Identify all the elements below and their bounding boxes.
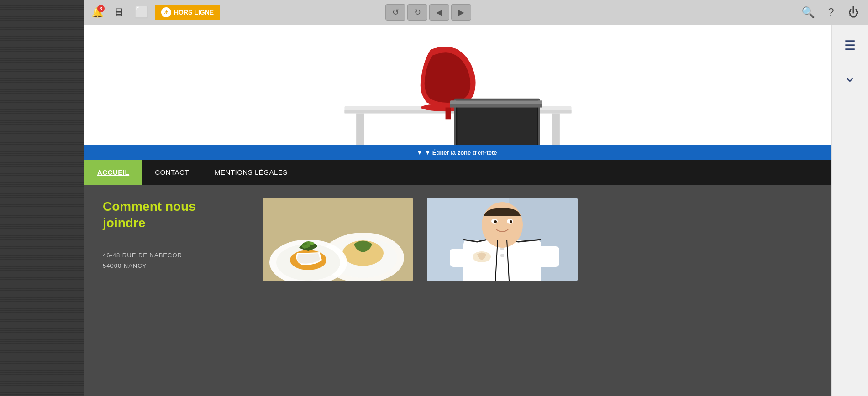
svg-rect-10: [450, 104, 542, 107]
notification-button[interactable]: 🔔 3: [89, 4, 105, 21]
svg-point-24: [500, 254, 504, 257]
tablet-device-button[interactable]: ⬜: [132, 4, 151, 21]
plate-illustration: [263, 198, 413, 281]
svg-rect-1: [356, 113, 364, 148]
svg-rect-5: [446, 107, 451, 119]
status-label: HORS LIGNE: [174, 9, 214, 16]
toolbar-right-buttons: 🔍 ? ⏻: [799, 3, 863, 22]
hamburger-icon: ☰: [844, 39, 856, 52]
content-title: Comment nous joindre: [103, 198, 249, 232]
left-sidebar: [0, 0, 84, 396]
help-icon: ?: [828, 6, 834, 19]
food-image-plate: [263, 198, 413, 281]
svg-point-31: [510, 220, 512, 223]
undo-button[interactable]: ↺: [385, 4, 405, 21]
content-section: Comment nous joindre 46-48 RUE DE NABECO…: [84, 185, 831, 396]
right-panel: ☰ ⌄: [831, 25, 868, 396]
content-left: Comment nous joindre 46-48 RUE DE NABECO…: [103, 198, 249, 382]
power-icon: ⏻: [848, 6, 859, 19]
search-button[interactable]: 🔍: [799, 3, 818, 22]
desk-scene: [84, 25, 831, 160]
warning-icon: ⚠: [161, 7, 171, 17]
redo-icon: ↻: [414, 7, 421, 17]
edit-header-icon: ▼: [416, 149, 422, 156]
chef-illustration: [427, 198, 578, 281]
header-image-area: ▼ ▼ Éditer la zone d'en-tête: [84, 25, 831, 160]
toolbar: 🔔 3 🖥 ⬜ ⚠ HORS LIGNE ↺ ↻ ◀: [84, 0, 868, 25]
edit-header-label: ▼ Éditer la zone d'en-tête: [425, 149, 497, 156]
power-button[interactable]: ⏻: [844, 3, 863, 22]
back-button[interactable]: ◀: [429, 4, 449, 21]
plate-svg: [263, 198, 413, 281]
search-icon: 🔍: [801, 6, 815, 19]
svg-rect-8: [457, 101, 537, 149]
nav-item-mentions[interactable]: MENTIONS LÉGALES: [202, 160, 300, 185]
redo-button[interactable]: ↻: [407, 4, 427, 21]
food-image-chef: [427, 198, 578, 281]
main-area: 🔔 3 🖥 ⬜ ⚠ HORS LIGNE ↺ ↻ ◀: [84, 0, 868, 396]
website-frame: ▼ ▼ Éditer la zone d'en-tête ACCUEIL CON…: [84, 25, 868, 396]
content-address: 46-48 RUE DE NABECOR 54000 NANCY: [103, 250, 249, 271]
svg-rect-26: [518, 246, 559, 267]
notification-badge: 3: [97, 5, 105, 12]
website-content: ▼ ▼ Éditer la zone d'en-tête ACCUEIL CON…: [84, 25, 831, 396]
edit-header-bar[interactable]: ▼ ▼ Éditer la zone d'en-tête: [84, 145, 831, 160]
svg-rect-2: [552, 113, 560, 148]
desktop-icon: 🖥: [113, 6, 124, 19]
back-icon: ◀: [436, 7, 442, 17]
forward-icon: ▶: [458, 7, 464, 17]
undo-icon: ↺: [392, 7, 399, 17]
chevron-down-button[interactable]: ⌄: [836, 65, 864, 88]
tablet-icon: ⬜: [135, 6, 148, 19]
help-button[interactable]: ?: [821, 3, 841, 22]
hamburger-menu-button[interactable]: ☰: [836, 34, 864, 57]
nav-item-contact[interactable]: CONTACT: [142, 160, 202, 185]
nav-item-accueil[interactable]: ACCUEIL: [84, 160, 142, 185]
offline-status-badge[interactable]: ⚠ HORS LIGNE: [155, 5, 220, 20]
chevron-down-icon: ⌄: [844, 69, 856, 84]
forward-button[interactable]: ▶: [451, 4, 471, 21]
toolbar-nav-buttons: ↺ ↻ ◀ ▶: [385, 4, 471, 21]
chef-svg: [427, 198, 578, 281]
desk-illustration: [321, 29, 595, 156]
svg-point-30: [494, 220, 497, 223]
nav-bar: ACCUEIL CONTACT MENTIONS LÉGALES: [84, 160, 831, 185]
desktop-device-button[interactable]: 🖥: [109, 4, 128, 21]
